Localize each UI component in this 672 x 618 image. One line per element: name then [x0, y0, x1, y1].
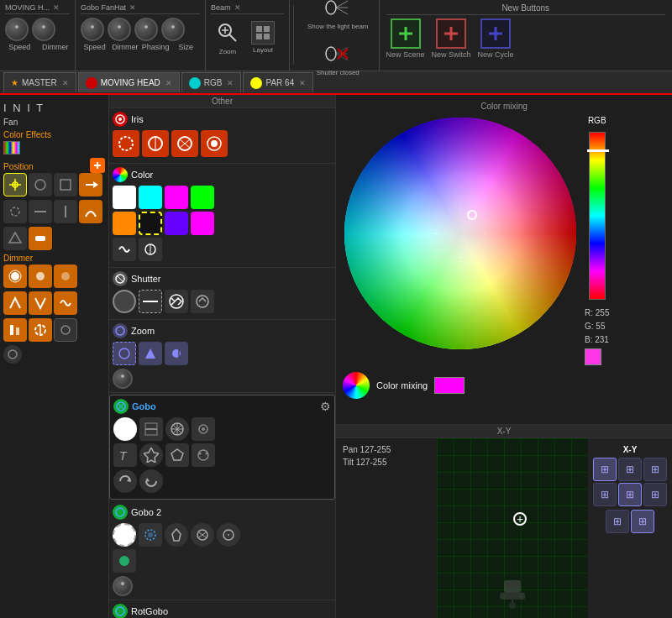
gobo-fanhat-close[interactable]: ✕ — [129, 3, 136, 12]
xy-btn-6[interactable]: ⊞ — [643, 483, 667, 506]
hue-strip[interactable] — [589, 132, 606, 300]
gobo-pattern-2[interactable] — [192, 417, 215, 441]
layout-btn[interactable]: Layout — [248, 19, 278, 55]
xy-btn-1[interactable]: ⊞ — [593, 458, 617, 481]
xy-btn-3[interactable]: ⊞ — [643, 458, 667, 481]
pos-icon-5[interactable] — [3, 200, 27, 223]
tab-par64-close[interactable]: ✕ — [299, 79, 306, 87]
xy-btn-4[interactable]: ⊞ — [593, 483, 617, 506]
position-add-btn[interactable] — [90, 158, 105, 173]
xy-crosshair[interactable] — [513, 512, 527, 526]
gobo2-open[interactable] — [113, 523, 136, 547]
shutter-btn-3[interactable] — [165, 290, 188, 313]
gobo-pattern-3[interactable]: T — [113, 443, 137, 467]
dim-icon-1[interactable] — [3, 264, 27, 288]
gobo2-pattern-4[interactable] — [217, 523, 240, 547]
color-wheel-container[interactable] — [343, 116, 578, 351]
tab-rgb-close[interactable]: ✕ — [227, 79, 234, 87]
show-light-beam-btn[interactable]: Show the light beam — [304, 0, 372, 32]
tab-master-close[interactable]: ✕ — [62, 79, 69, 87]
xy-btn-8[interactable]: ⊞ — [631, 510, 654, 533]
gobo-stripe[interactable] — [139, 417, 163, 441]
gobo2-ball[interactable] — [113, 549, 136, 573]
shutter-closed-btn[interactable]: Shutter closed — [304, 39, 372, 78]
tab-moving-head-close[interactable]: ✕ — [165, 79, 172, 87]
tab-moving-head[interactable]: MOVING HEAD ✕ — [78, 72, 180, 92]
iris-btn-1[interactable] — [113, 130, 139, 157]
shutter-btn-1[interactable] — [113, 290, 136, 313]
zoom-btn-3[interactable] — [165, 342, 188, 365]
dim-icon-4[interactable] — [3, 291, 27, 315]
pos-icon-2[interactable] — [29, 173, 52, 196]
color-black-yellow[interactable] — [139, 212, 162, 235]
shutter-btn-2[interactable] — [139, 290, 162, 313]
gobo2-knob[interactable] — [113, 576, 133, 596]
xy-btn-7[interactable]: ⊞ — [606, 510, 629, 533]
color-pink[interactable] — [191, 212, 214, 235]
dim-icon-9[interactable] — [54, 318, 77, 342]
gobo-size-knob[interactable] — [161, 18, 185, 41]
gobo-rotate-2[interactable] — [139, 469, 163, 493]
color-white[interactable] — [113, 186, 136, 209]
gobo-dimmer-knob[interactable] — [108, 18, 131, 41]
pos-icon-7[interactable] — [54, 200, 77, 223]
gobo-open[interactable] — [113, 417, 137, 441]
dim-icon-7[interactable] — [3, 318, 27, 342]
new-scene-btn[interactable]: New Scene — [386, 18, 425, 59]
gobo2-pattern-3[interactable] — [191, 523, 214, 547]
gobo-pattern-4[interactable] — [139, 443, 163, 467]
dim-icon-3[interactable] — [54, 264, 77, 288]
color-effects-stripe[interactable] — [3, 141, 20, 154]
color-fx-1[interactable] — [113, 238, 136, 261]
shutter-btn-4[interactable] — [191, 290, 214, 313]
tab-par64[interactable]: PAR 64 ✕ — [243, 72, 313, 92]
beam-close[interactable]: ✕ — [234, 3, 241, 12]
zoom-btn[interactable]: Zoom — [211, 18, 244, 57]
pos-icon-10[interactable] — [29, 227, 52, 250]
color-purple[interactable] — [165, 212, 188, 235]
xy-btn-2[interactable]: ⊞ — [618, 458, 642, 481]
mh-dimmer-knob[interactable] — [32, 18, 55, 41]
gobo2-pattern-2[interactable] — [165, 523, 188, 547]
zoom-btn-2[interactable] — [139, 342, 162, 365]
pos-icon-3[interactable] — [54, 173, 77, 196]
pos-icon-9[interactable] — [3, 227, 27, 250]
xy-grid[interactable] — [437, 438, 588, 618]
moving-head-close[interactable]: ✕ — [53, 3, 60, 12]
mh-speed-knob[interactable] — [5, 18, 29, 41]
new-switch-btn[interactable]: New Switch — [432, 18, 471, 59]
gobo-phasing-knob[interactable] — [134, 18, 158, 41]
dim-icon-2[interactable] — [29, 264, 52, 288]
color-wheel-canvas[interactable] — [343, 116, 578, 351]
gobo-rotate-1[interactable] — [113, 469, 137, 493]
gobo-settings-icon[interactable]: ⚙ — [320, 400, 331, 413]
pos-icon-6[interactable] — [29, 200, 52, 223]
tab-rgb[interactable]: RGB ✕ — [181, 72, 242, 92]
color-fx-2[interactable] — [139, 238, 162, 261]
gobo-pattern-6[interactable] — [192, 443, 215, 467]
gobo-pattern-5[interactable] — [165, 443, 189, 467]
dim-icon-6[interactable] — [54, 291, 77, 315]
iris-btn-2[interactable] — [142, 130, 169, 157]
zoom-btn-1[interactable] — [113, 342, 136, 365]
pos-icon-4[interactable] — [79, 173, 102, 196]
hue-strip-container[interactable] — [589, 132, 606, 300]
gobo-pattern-1[interactable] — [165, 417, 189, 441]
dim-icon-5[interactable] — [29, 291, 52, 315]
color-magenta[interactable] — [165, 186, 188, 209]
pos-icon-8[interactable] — [79, 200, 102, 223]
color-cursor[interactable] — [467, 210, 477, 220]
new-cycle-btn[interactable]: New Cycle — [478, 18, 514, 59]
pos-icon-1[interactable] — [3, 173, 27, 196]
dim-icon-8[interactable] — [29, 318, 52, 342]
iris-btn-4[interactable] — [201, 130, 228, 157]
color-mixing-wheel-btn[interactable] — [343, 372, 370, 399]
xy-btn-5[interactable]: ⊞ — [618, 483, 642, 506]
color-cyan[interactable] — [139, 186, 162, 209]
small-circle-icon[interactable] — [3, 345, 22, 364]
gobo2-pattern-1[interactable] — [139, 523, 162, 547]
gobo-speed-knob[interactable] — [81, 18, 104, 41]
color-orange[interactable] — [113, 212, 136, 235]
iris-btn-3[interactable] — [171, 130, 198, 157]
zoom-knob[interactable] — [113, 369, 133, 389]
